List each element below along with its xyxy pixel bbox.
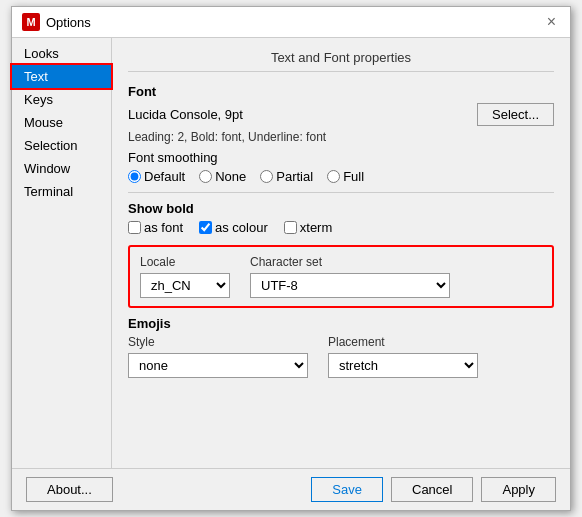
select-font-button[interactable]: Select... [477,103,554,126]
font-smoothing-section: Font smoothing Default None Partial Full [128,150,554,184]
font-name: Lucida Console, 9pt [128,107,243,122]
dialog-title: Options [46,15,91,30]
dialog-body: Looks Text Keys Mouse Selection Window T… [12,38,570,468]
about-button[interactable]: About... [26,477,113,502]
smoothing-none[interactable]: None [199,169,246,184]
smoothing-default[interactable]: Default [128,169,185,184]
bold-xterm[interactable]: xterm [284,220,333,235]
show-bold-options: as font as colour xterm [128,220,554,235]
emojis-group-label: Emojis [128,316,554,331]
emoji-style-select[interactable]: none emoji text [128,353,308,378]
charset-label: Character set [250,255,450,269]
cancel-button[interactable]: Cancel [391,477,473,502]
sidebar-item-selection[interactable]: Selection [12,134,111,157]
emoji-placement-select[interactable]: stretch align center [328,353,478,378]
sidebar-item-text[interactable]: Text [12,65,111,88]
charset-select[interactable]: UTF-8 UTF-16 ISO-8859-1 GBK [250,273,450,298]
apply-button[interactable]: Apply [481,477,556,502]
emoji-style-label: Style [128,335,308,349]
smoothing-options-row: Default None Partial Full [128,169,554,184]
locale-charset-row: Locale zh_CN en_US ja_JP de_DE Character… [140,255,542,298]
title-bar: M Options × [12,7,570,38]
bold-as-colour[interactable]: as colour [199,220,268,235]
sidebar-item-window[interactable]: Window [12,157,111,180]
locale-select[interactable]: zh_CN en_US ja_JP de_DE [140,273,230,298]
bold-as-font[interactable]: as font [128,220,183,235]
sidebar: Looks Text Keys Mouse Selection Window T… [12,38,112,468]
close-button[interactable]: × [543,13,560,31]
charset-col: Character set UTF-8 UTF-16 ISO-8859-1 GB… [250,255,450,298]
font-group-label: Font [128,84,554,99]
app-icon: M [22,13,40,31]
font-name-row: Lucida Console, 9pt Select... [128,103,554,126]
content-area: Text and Font properties Font Lucida Con… [112,38,570,468]
section-title: Text and Font properties [128,50,554,72]
save-button[interactable]: Save [311,477,383,502]
locale-label: Locale [140,255,230,269]
sidebar-item-keys[interactable]: Keys [12,88,111,111]
sidebar-item-terminal[interactable]: Terminal [12,180,111,203]
emojis-placement-col: Placement stretch align center [328,335,478,378]
footer-right: Save Cancel Apply [311,477,556,502]
smoothing-full[interactable]: Full [327,169,364,184]
sidebar-item-mouse[interactable]: Mouse [12,111,111,134]
emoji-placement-label: Placement [328,335,478,349]
title-bar-left: M Options [22,13,91,31]
font-description: Leading: 2, Bold: font, Underline: font [128,130,554,144]
footer-left: About... [26,477,113,502]
footer: About... Save Cancel Apply [12,468,570,510]
divider-1 [128,192,554,193]
locale-col: Locale zh_CN en_US ja_JP de_DE [140,255,230,298]
smoothing-partial[interactable]: Partial [260,169,313,184]
sidebar-item-looks[interactable]: Looks [12,42,111,65]
emojis-style-col: Style none emoji text [128,335,308,378]
font-smoothing-label: Font smoothing [128,150,218,165]
show-bold-label: Show bold [128,201,554,216]
locale-charset-box: Locale zh_CN en_US ja_JP de_DE Character… [128,245,554,308]
options-dialog: M Options × Looks Text Keys Mouse Select… [11,6,571,511]
emojis-row: Style none emoji text Placement stretch … [128,335,554,378]
